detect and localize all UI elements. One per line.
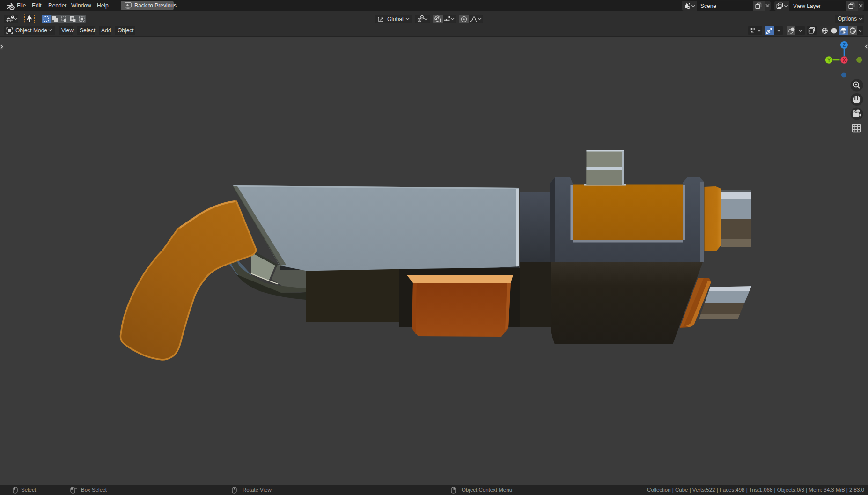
svg-text:Z: Z bbox=[843, 43, 846, 48]
svg-text:X: X bbox=[843, 58, 846, 63]
svg-text:Y: Y bbox=[827, 58, 831, 63]
